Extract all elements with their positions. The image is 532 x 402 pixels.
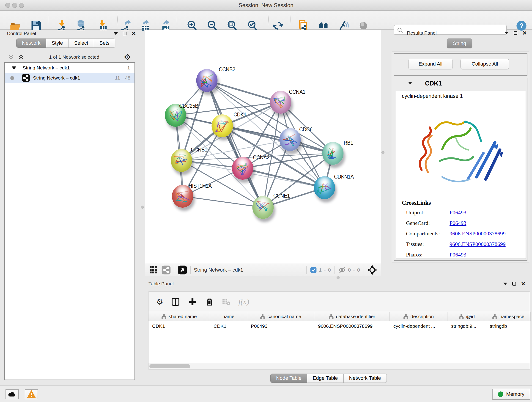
crosslink-link[interactable]: P06493 [450, 252, 466, 258]
tab-node-table[interactable]: Node Table [270, 374, 307, 383]
export-network-icon[interactable] [120, 20, 132, 32]
table-cell[interactable]: CDK1 [148, 322, 210, 331]
network-node-CCNA2[interactable] [232, 157, 253, 180]
close-panel-icon[interactable]: ✕ [132, 32, 136, 35]
network-row-selected[interactable]: String Network – cdk1 11 48 [5, 73, 134, 83]
network-node-RB1[interactable] [322, 142, 344, 165]
nodes-selected-checkbox[interactable] [310, 266, 317, 274]
column-header-canonical-name[interactable]: canonical name [247, 312, 314, 321]
edges-hidden-count: 0 - 0 [348, 267, 360, 273]
delete-column-trash-icon[interactable] [205, 297, 214, 306]
memory-label: Memory [506, 391, 524, 397]
tab-edge-table[interactable]: Edge Table [307, 374, 344, 383]
hidden-eye-icon[interactable] [338, 266, 346, 274]
crosslink-link[interactable]: P06493 [450, 210, 466, 216]
cloud-button[interactable] [6, 389, 19, 399]
tab-network-table[interactable]: Network Table [344, 374, 387, 383]
column-header-label: namespace [500, 314, 525, 319]
network-column-icon [329, 314, 334, 319]
column-header-database-identifier[interactable]: database identifier [314, 312, 390, 321]
close-panel-icon[interactable]: ✕ [521, 282, 525, 286]
right-splitter-handle[interactable] [381, 151, 385, 154]
warnings-button[interactable] [25, 389, 38, 399]
table-toolbar: ⚙ f(x) [148, 292, 530, 312]
import-network-icon[interactable] [56, 20, 68, 32]
float-panel-icon[interactable] [123, 32, 127, 35]
table-cell[interactable]: CDK1 [210, 322, 247, 331]
table-cell[interactable]: 9606.ENSP00000378699 [314, 322, 390, 331]
network-node-CDC6[interactable] [279, 128, 301, 151]
close-panel-icon[interactable]: ✕ [522, 31, 527, 35]
tab-select[interactable]: Select [69, 38, 94, 48]
crosslink-row: Pharos:P06493 [406, 252, 523, 259]
tree-expand-icon[interactable] [12, 66, 16, 70]
network-node-CDKN1A[interactable] [314, 176, 335, 199]
panel-menu-icon[interactable] [505, 32, 509, 34]
open-session-icon[interactable] [10, 20, 22, 32]
table-row[interactable]: CDK1CDK1P064939606.ENSP00000378699cyclin… [148, 322, 530, 331]
collapse-all-icon[interactable] [7, 54, 14, 61]
column-header-@id[interactable]: @id [447, 312, 486, 321]
node-details-header[interactable]: CDK1 [394, 78, 527, 89]
network-options-gear-icon[interactable]: ⚙ [124, 53, 131, 61]
tab-network[interactable]: Network [16, 38, 46, 48]
nodes-selected-count: 1 - 0 [319, 267, 331, 273]
table-cell[interactable]: P06493 [247, 322, 314, 331]
show-columns-icon[interactable] [171, 297, 180, 306]
protein-structure-image [408, 101, 511, 198]
fit-selected-crosshair-icon[interactable] [367, 265, 378, 275]
toolbar-separator [48, 15, 48, 25]
crosslinks-title: CrossLinks [402, 199, 431, 206]
network-node-CCNE1[interactable] [253, 196, 274, 219]
network-tree: String Network – cdk1 1 String Network –… [4, 62, 135, 380]
network-label: String Network – cdk1 [33, 75, 80, 81]
panel-menu-icon[interactable] [503, 283, 507, 285]
left-splitter-handle[interactable] [141, 206, 144, 209]
expand-all-button[interactable]: Expand All [408, 59, 453, 69]
column-header-description[interactable]: description [390, 312, 447, 321]
table-tabs: Node TableEdge TableNetwork Table [270, 374, 387, 383]
import-database-icon[interactable] [75, 20, 87, 32]
collapse-all-button[interactable]: Collapse All [461, 59, 509, 69]
column-header-namespace[interactable]: namespace [486, 312, 531, 321]
column-header-shared-name[interactable]: shared name [148, 312, 210, 321]
tab-sets[interactable]: Sets [94, 38, 115, 48]
network-node-CDK1[interactable] [212, 114, 233, 137]
column-header-label: database identifier [336, 314, 375, 319]
add-column-icon[interactable] [188, 297, 197, 306]
network-collection-row[interactable]: String Network – cdk1 1 [5, 63, 134, 73]
birds-eye-view-icon[interactable] [177, 265, 187, 275]
expand-up-icon[interactable] [18, 54, 25, 61]
crosslink-link[interactable]: 9606.ENSP00000378699 [450, 230, 506, 236]
tab-string[interactable]: String [447, 38, 472, 48]
table-horizontal-scrollbar[interactable] [148, 363, 530, 369]
network-node-CCNB2[interactable] [196, 69, 218, 92]
column-header-name[interactable]: name [210, 312, 247, 321]
network-column-icon [260, 314, 265, 319]
table-cell[interactable]: stringdb [486, 322, 531, 331]
network-canvas[interactable]: CCNB2CCNA1CDC25BCDK1CDC6RB1CCNB1CCNA2CDK… [145, 30, 381, 264]
table-cell[interactable]: cyclin-dependent ... [390, 322, 447, 331]
node-table-container: ⚙ f(x) [148, 292, 530, 370]
float-panel-icon[interactable] [512, 282, 516, 286]
panel-menu-icon[interactable] [114, 32, 118, 35]
save-session-icon[interactable] [30, 20, 42, 32]
import-table-icon[interactable] [96, 20, 108, 32]
collapse-entry-icon[interactable] [408, 82, 412, 84]
scrollbar-thumb[interactable] [149, 364, 190, 368]
tab-style[interactable]: Style [46, 38, 69, 48]
table-settings-gear-icon[interactable]: ⚙ [156, 298, 163, 306]
network-view-statusbar: String Network – cdk1 1 - 0 0 - 0 [145, 264, 381, 276]
network-node-CCNA1[interactable] [270, 91, 291, 114]
grid-view-icon[interactable] [149, 265, 158, 274]
crosslink-link[interactable]: P06493 [450, 220, 466, 226]
network-view-icon[interactable] [161, 265, 171, 275]
float-panel-icon[interactable] [514, 31, 517, 35]
network-node-CCNB1[interactable] [171, 149, 192, 172]
memory-button[interactable]: Memory [492, 389, 530, 400]
crosslink-row: Compartments:9606.ENSP00000378699 [406, 230, 523, 238]
table-cell[interactable]: stringdb:9... [447, 322, 486, 331]
node-label-CCNB1: CCNB1 [191, 147, 207, 153]
crosslink-link[interactable]: 9606.ENSP00000378699 [450, 241, 506, 247]
bottom-splitter-handle[interactable] [336, 276, 340, 279]
